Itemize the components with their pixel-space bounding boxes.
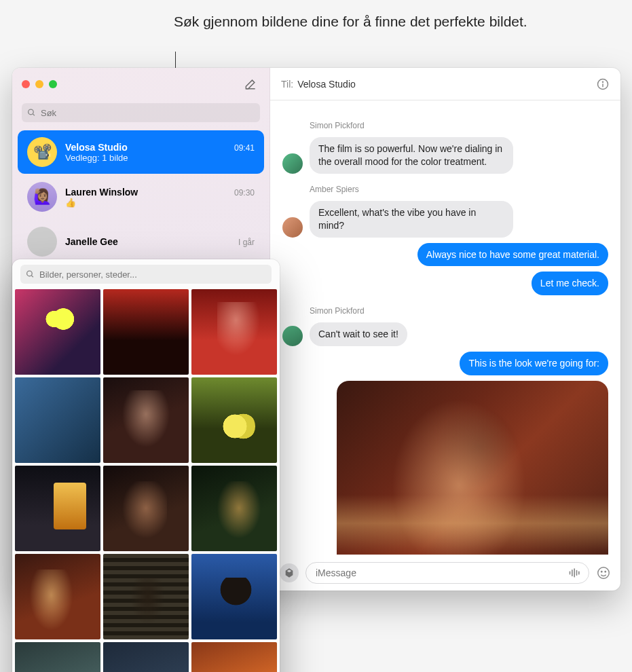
svg-point-4 [603,81,603,82]
svg-point-10 [598,567,610,579]
conversation-preview: 👍 [65,198,255,208]
svg-line-14 [31,276,33,278]
message-input[interactable] [316,567,561,578]
help-annotation: Søk gjennom bildene dine for å finne det… [174,12,527,31]
sidebar-search-input[interactable] [22,103,260,122]
message-thread[interactable]: Simon Pickford The film is so powerful. … [270,100,620,555]
titlebar [12,68,269,100]
minimize-window-button[interactable] [35,80,43,88]
conversation-time: I går [238,238,255,247]
apps-button[interactable] [280,563,299,582]
sender-label: Amber Spiers [310,185,608,194]
main-pane: Til: Velosa Studio Simon Pickford The fi… [270,68,620,591]
photo-picker-search-input[interactable] [20,265,272,284]
sender-label: Simon Pickford [310,306,608,316]
compose-button[interactable] [241,75,260,94]
photo-picker-panel [12,259,280,672]
message-bubble-outgoing: This is the look we're going for: [460,352,608,375]
message-row: Can't wait to see it! [282,322,608,346]
compose-icon [244,77,257,91]
info-icon [596,77,610,91]
photo-thumbnail[interactable] [103,377,189,463]
message-row: Let me check. [282,272,608,295]
search-icon [27,109,36,117]
conversation-item[interactable]: Janelle Gee I går [18,220,264,263]
photo-grid [12,289,280,672]
to-label: Til: [281,79,293,90]
photo-thumbnail[interactable] [103,466,189,551]
apps-icon [284,567,295,578]
conversation-item[interactable]: 📽️ Velosa Studio 09:41 Vedlegg: 1 bilde [18,130,264,174]
avatar: 🙋🏽‍♀️ [27,182,57,212]
message-row: This is the look we're going for: [282,352,608,375]
close-window-button[interactable] [22,80,30,88]
conversation-name: Lauren Winslow [65,187,138,198]
photo-thumbnail[interactable] [15,466,100,551]
photo-thumbnail[interactable] [191,642,277,672]
photo-thumbnail[interactable] [191,289,277,375]
message-bubble-incoming: The film is so powerful. Now we're diali… [310,137,513,174]
message-bubble-outgoing: Always nice to have some great material. [417,243,608,267]
conversation-header: Til: Velosa Studio [270,68,620,100]
svg-point-0 [29,109,34,115]
sender-label: Simon Pickford [310,121,608,130]
avatar [27,227,57,257]
svg-point-11 [601,571,602,572]
photo-thumbnail[interactable] [15,554,100,639]
conversation-time: 09:30 [234,188,255,198]
message-bubble-outgoing: Let me check. [532,272,608,295]
message-row: Excellent, what's the vibe you have in m… [282,201,608,238]
message-bubble-incoming: Can't wait to see it! [310,322,407,346]
message-input-container[interactable] [305,562,589,584]
avatar [282,217,303,238]
search-icon [26,270,35,279]
waveform-icon [568,567,582,578]
avatar [282,326,303,346]
message-row: The film is so powerful. Now we're diali… [282,137,608,174]
conversation-time: 09:41 [234,143,255,153]
photo-thumbnail[interactable] [15,289,100,375]
photo-thumbnail[interactable] [191,554,277,639]
message-row [282,381,608,555]
conversation-name: Velosa Studio [65,142,128,153]
photo-picker-search[interactable] [20,265,272,284]
message-row: Always nice to have some great material. [282,243,608,267]
conversation-item[interactable]: 🙋🏽‍♀️ Lauren Winslow 09:30 👍 [18,175,264,219]
recipient-name[interactable]: Velosa Studio [297,79,356,90]
photo-thumbnail[interactable] [191,466,277,551]
composer [270,555,620,591]
message-image-attachment[interactable] [337,381,608,555]
window-controls [22,80,57,88]
photo-thumbnail[interactable] [103,289,189,375]
svg-point-12 [605,571,606,572]
photo-thumbnail[interactable] [15,642,100,672]
photo-thumbnail[interactable] [103,554,189,639]
fullscreen-window-button[interactable] [49,80,57,88]
audio-message-button[interactable] [568,567,582,578]
conversation-name: Janelle Gee [65,236,118,247]
avatar: 📽️ [27,137,57,167]
svg-line-1 [33,114,35,116]
avatar [282,153,303,174]
message-bubble-incoming: Excellent, what's the vibe you have in m… [310,201,513,238]
photo-thumbnail[interactable] [191,377,277,463]
emoji-button[interactable] [596,565,611,580]
emoji-icon [596,565,611,580]
photo-thumbnail[interactable] [103,642,189,672]
details-button[interactable] [596,77,610,91]
conversation-preview: Vedlegg: 1 bilde [65,153,255,163]
svg-point-13 [27,271,33,276]
photo-thumbnail[interactable] [15,377,100,463]
sidebar-search[interactable] [22,103,260,122]
